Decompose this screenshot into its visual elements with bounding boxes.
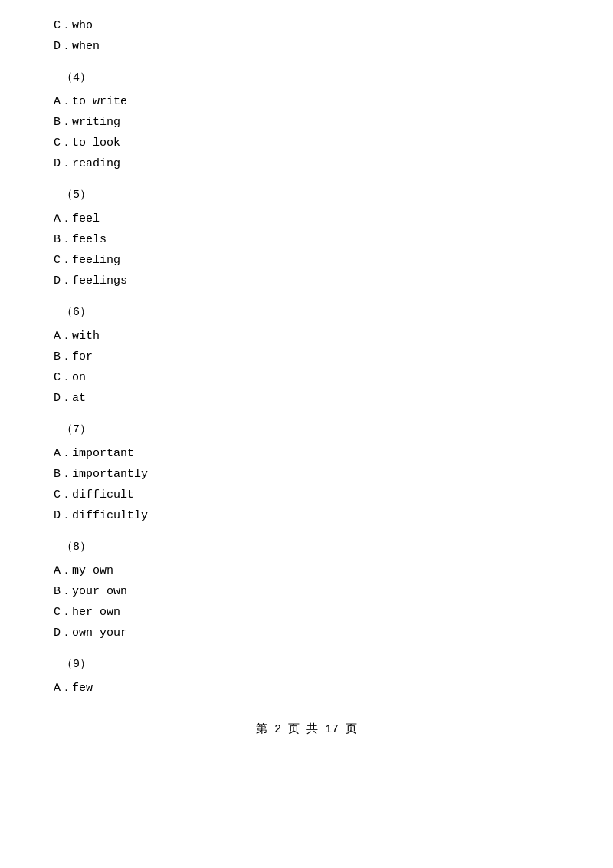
option-7d: D．difficultly — [54, 505, 567, 526]
option-5c: C．feeling — [54, 250, 567, 271]
option-5b: B．feels — [54, 229, 567, 250]
option-8c: C．her own — [54, 602, 567, 623]
option-6b: B．for — [54, 347, 567, 367]
option-d-when: D．when — [54, 36, 567, 57]
question-number-5: （5） — [61, 185, 567, 205]
question-number-7: （7） — [61, 419, 567, 440]
page-footer: 第 2 页 共 17 页 — [46, 722, 567, 736]
question-number-4: （4） — [61, 67, 567, 88]
question-number-8: （8） — [61, 537, 567, 557]
page-content: C．who D．when （4） A．to write B．writing C．… — [46, 15, 567, 736]
option-6d: D．at — [54, 388, 567, 409]
option-8a: A．my own — [54, 561, 567, 581]
option-8d: D．own your — [54, 623, 567, 643]
option-5a: A．feel — [54, 209, 567, 229]
option-4a: A．to write — [54, 91, 567, 112]
option-4d: D．reading — [54, 153, 567, 174]
option-5d: D．feelings — [54, 271, 567, 291]
option-7b: B．importantly — [54, 464, 567, 485]
option-7c: C．difficult — [54, 485, 567, 505]
option-6c: C．on — [54, 367, 567, 388]
question-number-6: （6） — [61, 302, 567, 323]
option-8b: B．your own — [54, 581, 567, 602]
option-6a: A．with — [54, 326, 567, 347]
option-c-who: C．who — [54, 15, 567, 36]
option-4c: C．to look — [54, 133, 567, 153]
option-9a: A．few — [54, 678, 567, 699]
question-number-9: （9） — [61, 654, 567, 675]
option-4b: B．writing — [54, 112, 567, 133]
option-7a: A．important — [54, 443, 567, 464]
